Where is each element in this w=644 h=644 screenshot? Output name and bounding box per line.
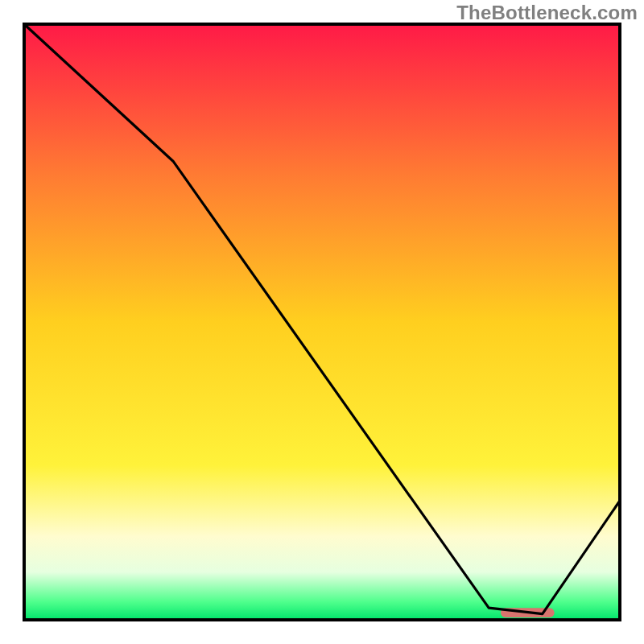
chart-root: TheBottleneck.com	[0, 0, 644, 644]
bottleneck-chart	[0, 0, 644, 644]
plot-area	[24, 24, 620, 620]
